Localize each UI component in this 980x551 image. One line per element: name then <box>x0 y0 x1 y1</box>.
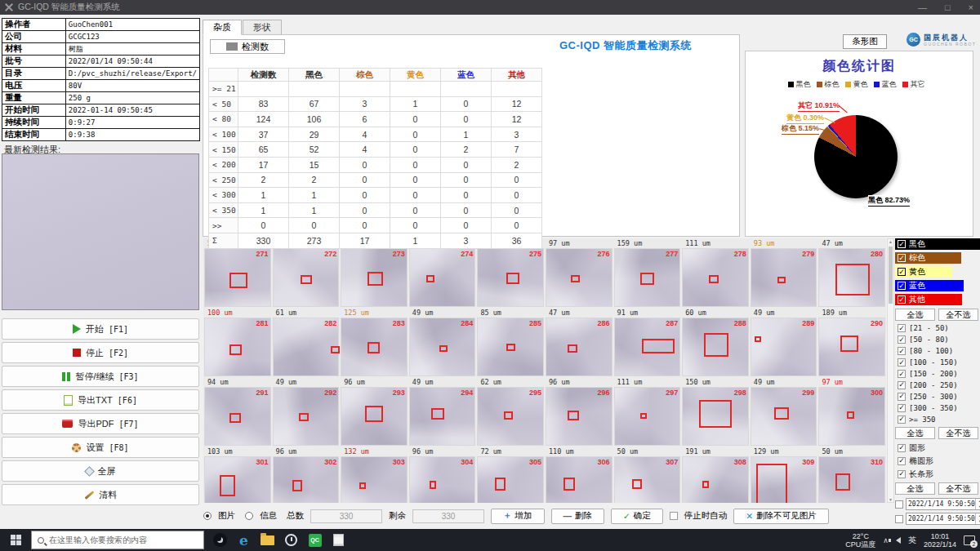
thumbnail-cell[interactable]: 191 um308 <box>682 447 749 503</box>
thumbnail-cell[interactable]: 47 um280 <box>818 239 885 307</box>
size-filter-row[interactable]: ✓[100 - 150) <box>895 358 978 367</box>
thumbnail-cell[interactable]: 110 um306 <box>546 447 612 503</box>
maximize-button[interactable]: □ <box>945 2 951 12</box>
color-filter-其他[interactable]: ✓其他 <box>895 294 962 305</box>
thumbnail-cell[interactable]: 96 um304 <box>409 447 476 503</box>
size-filter-row[interactable]: ✓[300 - 350) <box>895 403 978 412</box>
qc-app-icon[interactable]: QC <box>307 532 323 548</box>
checkbox[interactable]: ✓ <box>898 254 906 262</box>
select-none-button[interactable]: 全不选 <box>938 309 978 321</box>
ctrl-stop-button[interactable]: 停止[F2] <box>2 342 199 363</box>
thumbnail-cell[interactable]: 50 um271 <box>204 239 271 307</box>
thumbnail-cell[interactable]: 72 um305 <box>477 447 544 503</box>
thumbnail-cell[interactable]: 49 um294 <box>409 378 476 446</box>
clock-datetime[interactable]: 10:012022/1/14 <box>924 532 956 549</box>
size-filter-row[interactable]: ✓[200 - 250) <box>895 380 978 389</box>
select-all-button[interactable]: 全选 <box>895 309 935 321</box>
bar-chart-button[interactable]: 条形图 <box>843 34 887 49</box>
thumbnail-cell[interactable]: 93 um279 <box>751 239 817 307</box>
checkbox[interactable]: ✓ <box>898 268 906 276</box>
select-none-button[interactable]: 全不选 <box>938 427 978 439</box>
close-button[interactable]: × <box>969 2 973 12</box>
ctrl-pause-button[interactable]: 暂停/继续[F3] <box>2 366 199 387</box>
checkbox[interactable]: ✓ <box>898 457 906 465</box>
checkbox[interactable]: ✓ <box>898 415 906 424</box>
color-filter-棕色[interactable]: ✓棕色 <box>895 252 961 264</box>
ctrl-full-button[interactable]: 全屏 <box>2 460 199 482</box>
datetime-field[interactable]: 2022/1/14 9:50:50▲▼ <box>906 498 980 510</box>
checkbox[interactable] <box>895 500 903 509</box>
thumbnail-cell[interactable]: 49 um292 <box>273 378 340 446</box>
spin-down-icon[interactable]: ▼ <box>976 504 980 510</box>
scrollbar-thumb[interactable] <box>889 247 893 304</box>
size-filter-row[interactable]: ✓[80 - 100) <box>895 347 978 356</box>
ctrl-gear-button[interactable]: 设置[F8] <box>2 437 199 458</box>
datetime-spinner[interactable]: ▲▼ <box>975 513 980 524</box>
spin-down-icon[interactable]: ▼ <box>976 519 980 525</box>
ctrl-txt-button[interactable]: 导出TXT[F6] <box>2 389 199 411</box>
size-filter-row[interactable]: ✓[50 - 80) <box>895 335 978 344</box>
size-filter-row[interactable]: ✓[21 - 50) <box>895 324 978 333</box>
checkbox[interactable]: ✓ <box>898 335 906 344</box>
checkbox[interactable]: ✓ <box>898 470 906 478</box>
thumbnail-cell[interactable]: 49 um289 <box>751 309 817 376</box>
ctrl-play-button[interactable]: 开始[F1] <box>2 318 199 340</box>
thumbnail-cell[interactable]: 125 um283 <box>341 309 408 376</box>
select-all-button[interactable]: 全选 <box>895 427 935 439</box>
delete-invisible-button[interactable]: ✕删除不可见图片 <box>733 509 828 524</box>
notification-icon[interactable]: 2 <box>964 535 975 545</box>
volume-icon[interactable] <box>896 537 901 544</box>
shape-filter-row[interactable]: ✓长条形 <box>895 469 978 479</box>
thumbnail-cell[interactable]: 150 um298 <box>682 378 749 446</box>
checkbox[interactable]: ✓ <box>898 358 906 367</box>
checkbox[interactable]: ✓ <box>898 324 906 332</box>
minimize-button[interactable]: — <box>918 2 927 12</box>
file-explorer-icon[interactable] <box>260 532 275 548</box>
checkbox[interactable]: ✓ <box>898 404 906 412</box>
checkbox[interactable]: ✓ <box>898 393 906 401</box>
thumbnail-cell[interactable]: 49 um275 <box>477 239 544 307</box>
thumbnail-cell[interactable]: 61 um282 <box>273 309 340 376</box>
checkbox[interactable]: ✓ <box>898 444 906 452</box>
taskbar-search[interactable]: 在这里输入你要搜索的内容 <box>31 531 204 549</box>
thumbnail-cell[interactable]: 50 um310 <box>818 447 885 503</box>
checkbox[interactable]: ✓ <box>898 381 906 389</box>
input-language[interactable]: 英 <box>908 535 916 546</box>
tray-expand-icon[interactable]: ∧ <box>883 536 889 544</box>
thumbnail-cell[interactable]: 132 um303 <box>341 447 408 503</box>
checkbox[interactable]: ✓ <box>898 282 906 290</box>
thumbnail-cell[interactable]: 111 um278 <box>682 239 749 307</box>
thumbnail-cell[interactable]: 91 um287 <box>614 309 681 376</box>
auto-stop-checkbox[interactable] <box>670 512 678 520</box>
ctrl-pdf-button[interactable]: 导出PDF[F7] <box>2 413 199 434</box>
notepad-app-icon[interactable] <box>331 532 346 548</box>
start-button[interactable] <box>0 529 31 551</box>
thumbnail-cell[interactable]: 125 um273 <box>341 239 408 307</box>
shape-filter-row[interactable]: ✓椭圆形 <box>895 455 978 466</box>
thumbnail-cell[interactable]: 60 um288 <box>682 309 749 376</box>
color-filter-蓝色[interactable]: ✓蓝色 <box>895 280 964 291</box>
thumbnail-cell[interactable]: 111 um297 <box>614 378 681 446</box>
radio-info[interactable] <box>245 512 253 520</box>
grid-scrollbar[interactable]: ▲ ▼ <box>887 238 894 503</box>
scroll-up-arrow[interactable]: ▲ <box>888 239 893 244</box>
edge-browser-icon[interactable]: e <box>236 532 252 548</box>
select-all-button[interactable]: 全选 <box>895 482 935 495</box>
thumbnail-cell[interactable]: 159 um277 <box>614 239 681 307</box>
thumbnail-cell[interactable]: 50 um307 <box>614 447 681 503</box>
thumbnail-cell[interactable]: 97 um300 <box>818 378 885 446</box>
tab-impurity[interactable]: 杂质 <box>203 20 242 35</box>
delete-button[interactable]: —删除 <box>551 509 605 524</box>
size-filter-row[interactable]: ✓[150 - 200) <box>895 370 978 379</box>
size-filter-row[interactable]: ✓>= 350 <box>895 415 978 424</box>
cpu-temperature[interactable]: 22°CCPU温度 <box>845 532 875 549</box>
thumbnail-cell[interactable]: 96 um296 <box>546 378 612 446</box>
thumbnail-cell[interactable]: 49 um272 <box>273 239 340 307</box>
thumbnail-cell[interactable]: 94 um291 <box>204 378 271 446</box>
select-none-button[interactable]: 全不选 <box>938 482 978 495</box>
ctrl-clean-button[interactable]: 清料 <box>2 484 199 505</box>
checkbox[interactable]: ✓ <box>898 240 906 248</box>
thumbnail-cell[interactable]: 189 um290 <box>818 309 885 376</box>
radio-image[interactable] <box>203 512 212 520</box>
thumbnail-cell[interactable]: 49 um299 <box>751 378 817 446</box>
